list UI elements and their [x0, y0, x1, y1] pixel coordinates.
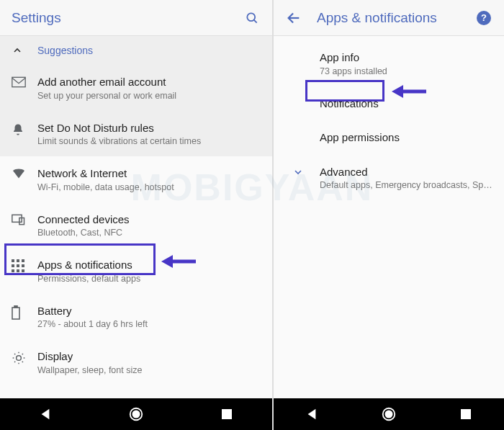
- list-title: Apps & notifications: [37, 258, 261, 272]
- list-title: Notifications: [320, 97, 492, 111]
- list-title: Connected devices: [37, 212, 261, 227]
- item-network[interactable]: Network & Internet Wi-Fi, mobile, data u…: [0, 156, 272, 202]
- suggestions-header[interactable]: Suggestions: [0, 36, 272, 65]
- list-subtitle: 27% - about 1 day 6 hrs left: [37, 319, 261, 329]
- svg-rect-2: [12, 77, 25, 86]
- svg-rect-7: [22, 259, 24, 262]
- settings-title: Settings: [12, 10, 243, 26]
- svg-rect-8: [12, 264, 14, 267]
- svg-point-28: [385, 411, 392, 417]
- bell-icon: [12, 121, 37, 137]
- chevron-down-icon: [292, 165, 320, 178]
- svg-rect-9: [17, 264, 19, 267]
- svg-rect-14: [12, 308, 19, 319]
- list-title: Add another email account: [37, 75, 261, 89]
- svg-rect-5: [12, 259, 14, 262]
- item-app-permissions[interactable]: App permissions: [274, 120, 504, 155]
- item-advanced[interactable]: Advanced Default apps, Emergency broadca…: [274, 155, 504, 201]
- list-subtitle: Set up your personal or work email: [37, 91, 261, 101]
- suggestion-email[interactable]: Add another email account Set up your pe…: [0, 65, 272, 111]
- svg-point-0: [247, 13, 255, 21]
- list-subtitle: Limit sounds & vibrations at certain tim…: [37, 136, 261, 146]
- settings-pane: Settings Suggestions Add another email a…: [0, 0, 274, 430]
- svg-marker-19: [42, 409, 50, 419]
- spacer: [292, 130, 320, 132]
- svg-rect-10: [22, 264, 24, 267]
- brightness-icon: [12, 349, 37, 365]
- svg-rect-15: [14, 305, 17, 308]
- apps-title: Apps & notifications: [317, 10, 475, 26]
- svg-rect-29: [461, 409, 471, 419]
- list-title: Network & Internet: [37, 166, 261, 181]
- item-display[interactable]: Display Wallpaper, sleep, font size: [0, 339, 272, 385]
- list-title: Display: [37, 349, 261, 364]
- list-subtitle: Wi-Fi, mobile, data usage, hotspot: [37, 182, 261, 192]
- list-subtitle: Wallpaper, sleep, font size: [37, 365, 261, 375]
- list-subtitle: Default apps, Emergency broadcasts, Spec…: [320, 180, 492, 190]
- back-arrow-icon[interactable]: [285, 9, 302, 27]
- list-subtitle: Permissions, default apps: [37, 274, 261, 284]
- nav-recents-icon[interactable]: [458, 406, 474, 422]
- help-icon[interactable]: ?: [475, 9, 492, 27]
- list-subtitle: 73 apps installed: [320, 66, 492, 76]
- list-title: App info: [320, 50, 492, 65]
- suggestion-dnd[interactable]: Set Do Not Disturb rules Limit sounds & …: [0, 111, 272, 157]
- nav-back-icon[interactable]: [37, 406, 53, 422]
- apps-notifications-pane: Apps & notifications ? App info 73 apps …: [274, 0, 504, 430]
- svg-marker-26: [308, 409, 316, 419]
- wifi-icon: [12, 166, 37, 179]
- svg-line-1: [254, 19, 257, 22]
- list-subtitle: Bluetooth, Cast, NFC: [37, 228, 261, 238]
- mail-icon: [12, 75, 37, 88]
- item-apps-notifications[interactable]: Apps & notifications Permissions, defaul…: [0, 248, 272, 294]
- list-title: Battery: [37, 304, 261, 318]
- devices-icon: [12, 212, 37, 225]
- nav-home-icon[interactable]: [381, 406, 397, 422]
- nav-home-icon[interactable]: [128, 406, 144, 422]
- battery-icon: [12, 304, 37, 320]
- suggestions-label: Suggestions: [37, 45, 93, 56]
- nav-recents-icon[interactable]: [219, 406, 235, 422]
- item-app-info[interactable]: App info 73 apps installed: [274, 40, 504, 86]
- item-connected-devices[interactable]: Connected devices Bluetooth, Cast, NFC: [0, 202, 272, 248]
- nav-bar: [0, 398, 272, 430]
- svg-rect-6: [17, 259, 19, 262]
- svg-rect-3: [12, 215, 22, 222]
- suggestions-section: Suggestions Add another email account Se…: [0, 36, 272, 156]
- svg-point-16: [17, 356, 22, 361]
- svg-rect-13: [22, 269, 24, 272]
- svg-point-21: [132, 411, 139, 417]
- chevron-up-icon: [12, 45, 37, 56]
- nav-back-icon[interactable]: [304, 406, 320, 422]
- apps-grid-icon: [12, 258, 37, 272]
- svg-rect-12: [17, 269, 19, 272]
- spacer: [292, 97, 320, 98]
- list-title: Advanced: [320, 165, 492, 179]
- search-icon[interactable]: [243, 9, 261, 27]
- item-notifications[interactable]: Notifications: [274, 86, 504, 121]
- item-battery[interactable]: Battery 27% - about 1 day 6 hrs left: [0, 294, 272, 340]
- svg-rect-22: [222, 409, 232, 419]
- list-title: App permissions: [320, 130, 492, 145]
- apps-header: Apps & notifications ?: [274, 0, 504, 36]
- svg-rect-11: [12, 269, 14, 272]
- spacer: [292, 50, 320, 52]
- list-title: Set Do Not Disturb rules: [37, 121, 261, 135]
- nav-bar: [274, 398, 504, 430]
- settings-header: Settings: [0, 0, 272, 36]
